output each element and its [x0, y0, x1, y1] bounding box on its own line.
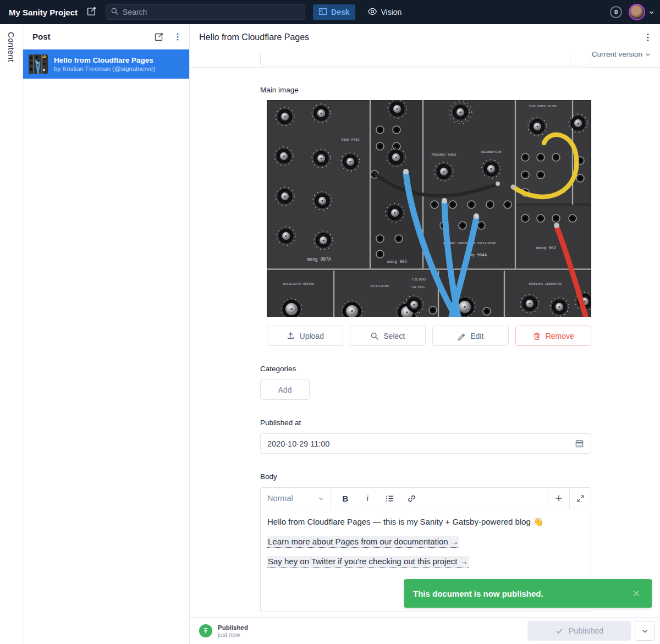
published-at-field[interactable]: 2020-10-29 11:00: [260, 433, 591, 454]
body-text: Hello from Cloudflare Pages — this is my…: [267, 517, 543, 526]
body-paragraph: Hello from Cloudflare Pages — this is my…: [267, 516, 584, 527]
expand-editor-button[interactable]: [569, 488, 591, 509]
create-post-button[interactable]: [154, 32, 164, 42]
edit-button[interactable]: Edit: [432, 326, 509, 346]
desk-panels-icon: [318, 7, 327, 18]
chevron-down-icon: [641, 628, 648, 635]
eye-icon: [367, 7, 377, 18]
link-button[interactable]: [400, 488, 422, 509]
publish-button-label: Published: [569, 626, 604, 635]
slug-field-partial[interactable]: [260, 54, 591, 65]
document-header: Hello from Cloudflare Pages Current vers…: [190, 24, 660, 68]
select-button[interactable]: Select: [350, 326, 426, 346]
list-header: Post: [23, 24, 189, 49]
publish-toast: This document is now published.: [404, 579, 652, 608]
upload-button[interactable]: Upload: [267, 326, 343, 346]
top-navbar: My Sanity Project Desk: [0, 0, 660, 24]
expand-icon: [576, 494, 585, 503]
body-paragraph: Learn more about Pages from our document…: [267, 536, 584, 547]
body-link-twitter[interactable]: Say hey on Twitter if you're checking ou…: [267, 556, 469, 568]
calendar-icon[interactable]: [575, 439, 584, 448]
photo-label-oscillator-driver: OSCILLATOR DRIVER: [283, 282, 315, 285]
search-bar[interactable]: [106, 4, 305, 20]
vision-label: Vision: [381, 8, 402, 16]
select-label: Select: [383, 332, 405, 340]
photo-label-moog-902: moog 902: [536, 245, 556, 250]
pencil-icon: [457, 332, 466, 340]
bold-button[interactable]: B: [334, 488, 356, 509]
version-selector[interactable]: Current version: [592, 50, 651, 58]
document-menu-kebab-icon[interactable]: [642, 31, 653, 46]
compose-icon: [86, 6, 97, 19]
insert-block-button[interactable]: [548, 488, 569, 509]
photo-label-envelope-generator: ENVELOPE GENERATOR: [529, 282, 562, 285]
sanity-studio: My Sanity Project Desk: [0, 0, 660, 644]
body-paragraph: Say hey on Twitter if you're checking ou…: [267, 555, 584, 567]
content-strip: Content: [0, 24, 23, 644]
body-link-documentation[interactable]: Learn more about Pages from our document…: [267, 536, 459, 548]
document-title: Hello from Cloudflare Pages: [199, 32, 309, 42]
document-form: Main image: [190, 68, 660, 617]
photo-label-frequency-range: FREQUENCY RANGE: [431, 153, 456, 156]
publish-button[interactable]: Published: [527, 621, 631, 641]
post-thumbnail: [29, 54, 48, 74]
publish-status-title: Published: [218, 624, 248, 631]
notifications-badge[interactable]: 0: [610, 6, 622, 18]
style-select-value: Normal: [267, 494, 293, 503]
photo-label-high-pass: HIGH PASS: [342, 137, 360, 141]
search-icon: [370, 332, 379, 340]
published-at-value: 2020-10-29 11:00: [267, 439, 329, 448]
add-label: Add: [278, 386, 292, 394]
main-image-label: Main image: [260, 86, 299, 94]
trash-icon: [532, 332, 541, 340]
upload-label: Upload: [300, 332, 324, 340]
image-actions: Upload Select Edit: [267, 326, 591, 346]
desk-label: Desk: [331, 8, 349, 16]
bullet-list-icon: [385, 494, 394, 503]
list-item-subtitle: by Kristian Freeman (@signalnerve): [54, 65, 155, 72]
publish-status-time: just now: [218, 631, 248, 638]
tab-desk[interactable]: Desk: [313, 4, 355, 20]
document-footer: Published just now Published: [190, 617, 660, 644]
remove-label: Remove: [546, 332, 574, 340]
bullet-list-button[interactable]: [378, 488, 400, 509]
list-item-title: Hello from Cloudflare Pages: [54, 56, 155, 64]
photo-label-moog-907a: moog 907A: [307, 257, 331, 262]
body-label: Body: [260, 472, 277, 481]
list-pane-title: Post: [32, 32, 51, 41]
list-item-post[interactable]: Hello from Cloudflare Pages by Kristian …: [23, 49, 189, 79]
edit-label: Edit: [470, 332, 483, 340]
editor-content[interactable]: Hello from Cloudflare Pages — this is my…: [261, 509, 591, 567]
toast-message: This document is now published.: [413, 589, 543, 598]
photo-label-oscillator: OSCILLATOR: [370, 284, 389, 288]
document-pane: Hello from Cloudflare Pages Current vers…: [190, 24, 660, 644]
tab-vision[interactable]: Vision: [362, 4, 408, 20]
user-menu-chevron-icon[interactable]: [648, 9, 654, 15]
list-menu-kebab-icon[interactable]: [174, 32, 182, 41]
photo-label-fixed-control-voltage: FIXED CONTROL VOLTAGE: [529, 104, 557, 107]
search-input[interactable]: [123, 8, 300, 16]
plus-icon: [554, 494, 563, 503]
style-select[interactable]: Normal: [261, 488, 331, 509]
published-at-label: Published at: [260, 419, 301, 427]
chevron-down-icon: [645, 52, 651, 57]
italic-button[interactable]: i: [356, 488, 378, 509]
user-avatar[interactable]: [629, 4, 645, 20]
photo-label-moog-995: moog 995: [387, 259, 407, 264]
content-strip-label[interactable]: Content: [7, 32, 16, 62]
categories-label: Categories: [260, 365, 296, 373]
chevron-down-icon: [318, 496, 324, 502]
search-icon: [111, 7, 119, 18]
toast-close-icon[interactable]: [630, 587, 643, 600]
remove-button[interactable]: Remove: [515, 326, 592, 346]
new-document-button[interactable]: [86, 6, 97, 19]
version-label: Current version: [592, 50, 642, 58]
link-icon: [407, 494, 416, 503]
photo-label-low-pass: LOW PASS: [411, 285, 425, 289]
photo-label-filters: FILTERS: [412, 277, 426, 281]
publish-menu-button[interactable]: [635, 621, 654, 641]
add-category-button[interactable]: Add: [260, 379, 310, 400]
document-list-pane: Post: [23, 24, 190, 644]
main-image-preview[interactable]: HIGH PASS moog 907A moog 995 FREQUEN: [267, 100, 591, 317]
photo-label-regeneration: REGENERATION: [481, 150, 501, 153]
